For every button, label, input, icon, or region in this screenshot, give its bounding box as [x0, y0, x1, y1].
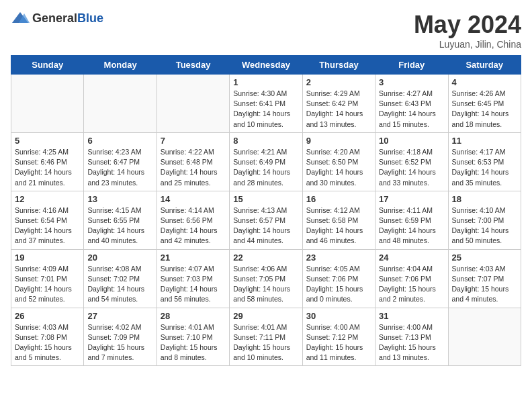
day-number: 9	[306, 136, 371, 146]
day-info: Sunrise: 4:21 AMSunset: 6:49 PMDaylight:…	[233, 147, 298, 188]
day-info: Sunrise: 4:09 AMSunset: 7:01 PMDaylight:…	[15, 264, 80, 305]
day-info: Sunrise: 4:29 AMSunset: 6:42 PMDaylight:…	[306, 89, 371, 130]
day-info: Sunrise: 4:01 AMSunset: 7:11 PMDaylight:…	[233, 322, 298, 363]
calendar-cell: 9Sunrise: 4:20 AMSunset: 6:50 PMDaylight…	[302, 132, 375, 191]
day-number: 6	[87, 136, 152, 146]
calendar-cell: 28Sunrise: 4:01 AMSunset: 7:10 PMDayligh…	[157, 308, 229, 366]
day-number: 12	[15, 194, 80, 204]
calendar-cell: 7Sunrise: 4:22 AMSunset: 6:48 PMDaylight…	[157, 132, 229, 191]
calendar-cell: 23Sunrise: 4:05 AMSunset: 7:06 PMDayligh…	[302, 249, 375, 308]
day-number: 18	[452, 194, 517, 204]
day-info: Sunrise: 4:11 AMSunset: 6:59 PMDaylight:…	[379, 205, 444, 246]
day-info: Sunrise: 4:05 AMSunset: 7:06 PMDaylight:…	[306, 264, 371, 305]
day-info: Sunrise: 4:00 AMSunset: 7:12 PMDaylight:…	[306, 322, 371, 363]
location-subtitle: Luyuan, Jilin, China	[414, 39, 521, 50]
day-info: Sunrise: 4:02 AMSunset: 7:09 PMDaylight:…	[87, 322, 152, 363]
day-number: 22	[233, 253, 298, 263]
day-number: 3	[379, 77, 444, 87]
calendar-cell: 5Sunrise: 4:25 AMSunset: 6:46 PMDaylight…	[11, 132, 84, 191]
calendar-cell: 27Sunrise: 4:02 AMSunset: 7:09 PMDayligh…	[84, 308, 157, 366]
day-info: Sunrise: 4:00 AMSunset: 7:13 PMDaylight:…	[379, 322, 444, 363]
day-info: Sunrise: 4:23 AMSunset: 6:47 PMDaylight:…	[87, 147, 152, 188]
day-number: 8	[233, 136, 298, 146]
day-info: Sunrise: 4:13 AMSunset: 6:57 PMDaylight:…	[233, 205, 298, 246]
calendar-cell	[448, 308, 521, 366]
day-number: 20	[87, 253, 152, 263]
title-area: May 2024 Luyuan, Jilin, China	[414, 11, 521, 50]
logo-text: GeneralBlue	[32, 11, 103, 26]
day-number: 14	[161, 194, 226, 204]
calendar-cell: 29Sunrise: 4:01 AMSunset: 7:11 PMDayligh…	[230, 308, 302, 366]
day-number: 1	[233, 77, 298, 87]
day-number: 23	[306, 253, 371, 263]
calendar-cell	[157, 75, 229, 133]
day-info: Sunrise: 4:03 AMSunset: 7:07 PMDaylight:…	[452, 264, 517, 305]
logo-icon	[11, 11, 30, 26]
day-number: 4	[452, 77, 517, 87]
day-number: 7	[161, 136, 226, 146]
calendar-cell: 20Sunrise: 4:08 AMSunset: 7:02 PMDayligh…	[84, 249, 157, 308]
day-info: Sunrise: 4:30 AMSunset: 6:41 PMDaylight:…	[233, 89, 298, 130]
calendar-cell: 26Sunrise: 4:03 AMSunset: 7:08 PMDayligh…	[11, 308, 84, 366]
day-number: 28	[161, 311, 226, 321]
header: GeneralBlue May 2024 Luyuan, Jilin, Chin…	[11, 11, 521, 50]
day-info: Sunrise: 4:08 AMSunset: 7:02 PMDaylight:…	[87, 264, 152, 305]
calendar-week-4: 19Sunrise: 4:09 AMSunset: 7:01 PMDayligh…	[11, 249, 521, 308]
day-info: Sunrise: 4:01 AMSunset: 7:10 PMDaylight:…	[161, 322, 226, 363]
calendar-week-5: 26Sunrise: 4:03 AMSunset: 7:08 PMDayligh…	[11, 308, 521, 366]
day-info: Sunrise: 4:20 AMSunset: 6:50 PMDaylight:…	[306, 147, 371, 188]
day-info: Sunrise: 4:22 AMSunset: 6:48 PMDaylight:…	[161, 147, 226, 188]
calendar-cell: 31Sunrise: 4:00 AMSunset: 7:13 PMDayligh…	[375, 308, 448, 366]
calendar-cell: 24Sunrise: 4:04 AMSunset: 7:06 PMDayligh…	[375, 249, 448, 308]
day-info: Sunrise: 4:25 AMSunset: 6:46 PMDaylight:…	[15, 147, 80, 188]
day-info: Sunrise: 4:12 AMSunset: 6:58 PMDaylight:…	[306, 205, 371, 246]
calendar-cell	[84, 75, 157, 133]
calendar-week-3: 12Sunrise: 4:16 AMSunset: 6:54 PMDayligh…	[11, 191, 521, 249]
day-header-thursday: Thursday	[302, 56, 375, 75]
calendar-header-row: SundayMondayTuesdayWednesdayThursdayFrid…	[11, 56, 521, 75]
day-header-saturday: Saturday	[448, 56, 521, 75]
calendar-cell: 30Sunrise: 4:00 AMSunset: 7:12 PMDayligh…	[302, 308, 375, 366]
day-number: 21	[161, 253, 226, 263]
calendar-cell: 12Sunrise: 4:16 AMSunset: 6:54 PMDayligh…	[11, 191, 84, 249]
day-number: 29	[233, 311, 298, 321]
day-info: Sunrise: 4:04 AMSunset: 7:06 PMDaylight:…	[379, 264, 444, 305]
calendar-cell: 2Sunrise: 4:29 AMSunset: 6:42 PMDaylight…	[302, 75, 375, 133]
day-number: 10	[379, 136, 444, 146]
day-number: 16	[306, 194, 371, 204]
calendar-cell: 4Sunrise: 4:26 AMSunset: 6:45 PMDaylight…	[448, 75, 521, 133]
logo-blue: Blue	[77, 11, 103, 25]
day-number: 30	[306, 311, 371, 321]
calendar-cell: 8Sunrise: 4:21 AMSunset: 6:49 PMDaylight…	[230, 132, 302, 191]
day-number: 11	[452, 136, 517, 146]
day-info: Sunrise: 4:14 AMSunset: 6:56 PMDaylight:…	[161, 205, 226, 246]
day-info: Sunrise: 4:26 AMSunset: 6:45 PMDaylight:…	[452, 89, 517, 130]
day-header-sunday: Sunday	[11, 56, 84, 75]
calendar-cell: 3Sunrise: 4:27 AMSunset: 6:43 PMDaylight…	[375, 75, 448, 133]
calendar-cell: 22Sunrise: 4:06 AMSunset: 7:05 PMDayligh…	[230, 249, 302, 308]
day-number: 31	[379, 311, 444, 321]
calendar: SundayMondayTuesdayWednesdayThursdayFrid…	[11, 55, 521, 366]
calendar-cell: 13Sunrise: 4:15 AMSunset: 6:55 PMDayligh…	[84, 191, 157, 249]
day-number: 26	[15, 311, 80, 321]
calendar-cell: 6Sunrise: 4:23 AMSunset: 6:47 PMDaylight…	[84, 132, 157, 191]
logo: GeneralBlue	[11, 11, 103, 26]
day-number: 5	[15, 136, 80, 146]
calendar-cell: 19Sunrise: 4:09 AMSunset: 7:01 PMDayligh…	[11, 249, 84, 308]
day-number: 25	[452, 253, 517, 263]
day-number: 27	[87, 311, 152, 321]
day-info: Sunrise: 4:10 AMSunset: 7:00 PMDaylight:…	[452, 205, 517, 246]
day-info: Sunrise: 4:07 AMSunset: 7:03 PMDaylight:…	[161, 264, 226, 305]
day-info: Sunrise: 4:17 AMSunset: 6:53 PMDaylight:…	[452, 147, 517, 188]
calendar-cell: 1Sunrise: 4:30 AMSunset: 6:41 PMDaylight…	[230, 75, 302, 133]
calendar-cell: 16Sunrise: 4:12 AMSunset: 6:58 PMDayligh…	[302, 191, 375, 249]
day-info: Sunrise: 4:27 AMSunset: 6:43 PMDaylight:…	[379, 89, 444, 130]
day-number: 15	[233, 194, 298, 204]
calendar-cell: 10Sunrise: 4:18 AMSunset: 6:52 PMDayligh…	[375, 132, 448, 191]
day-number: 2	[306, 77, 371, 87]
day-header-monday: Monday	[84, 56, 157, 75]
day-info: Sunrise: 4:18 AMSunset: 6:52 PMDaylight:…	[379, 147, 444, 188]
month-title: May 2024	[414, 11, 521, 39]
calendar-cell: 11Sunrise: 4:17 AMSunset: 6:53 PMDayligh…	[448, 132, 521, 191]
day-number: 17	[379, 194, 444, 204]
